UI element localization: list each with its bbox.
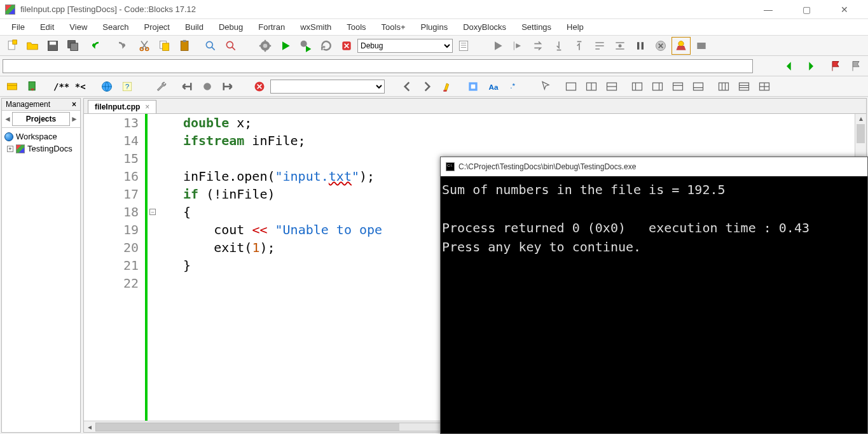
workspace-node[interactable]: Workspace xyxy=(4,130,78,143)
menu-build[interactable]: Build xyxy=(179,20,210,34)
break-button[interactable] xyxy=(631,37,650,55)
undo-button[interactable] xyxy=(89,37,108,55)
find-button[interactable] xyxy=(201,37,220,55)
replace-button[interactable] xyxy=(221,37,240,55)
doxy-html-button[interactable] xyxy=(97,78,116,95)
settings-wrench-button[interactable] xyxy=(152,78,171,95)
menu-tools+[interactable]: Tools+ xyxy=(375,20,412,34)
menu-settings[interactable]: Settings xyxy=(515,20,558,34)
open-file-button[interactable] xyxy=(23,37,42,55)
symbol-search-input[interactable] xyxy=(3,59,753,73)
console-window[interactable]: C:\CProject\TestingDocs\bin\Debug\Testin… xyxy=(440,157,868,434)
layout-7-button[interactable] xyxy=(689,78,708,95)
svg-rect-9 xyxy=(163,43,169,50)
layout-4-button[interactable] xyxy=(628,78,647,95)
menu-debug[interactable]: Debug xyxy=(212,20,249,34)
run-to-cursor-button[interactable] xyxy=(509,37,528,55)
menu-view[interactable]: View xyxy=(63,20,93,34)
layout-8-button[interactable] xyxy=(714,78,733,95)
project-tree[interactable]: Workspace + TestingDocs xyxy=(2,128,80,157)
close-button[interactable]: ✕ xyxy=(831,4,858,15)
editor-tab[interactable]: fileInput.cpp × xyxy=(88,100,156,113)
menu-project[interactable]: Project xyxy=(138,20,176,34)
next-bookmark-button[interactable] xyxy=(801,57,820,75)
console-icon xyxy=(446,162,455,171)
jump-back-button[interactable] xyxy=(177,78,196,95)
fold-gutter[interactable]: − xyxy=(148,114,158,421)
cursor-button[interactable] xyxy=(536,78,555,95)
build-button[interactable] xyxy=(256,37,275,55)
svg-point-31 xyxy=(203,83,211,90)
target-props-button[interactable] xyxy=(454,37,473,55)
menubar: FileEditViewSearchProjectBuildDebugFortr… xyxy=(0,19,868,36)
copy-button[interactable] xyxy=(155,37,174,55)
save-all-button[interactable] xyxy=(64,37,83,55)
next-line-button[interactable] xyxy=(529,37,548,55)
redo-button[interactable] xyxy=(109,37,128,55)
match-case-button[interactable]: Aa xyxy=(484,78,503,95)
layout-9-button[interactable] xyxy=(734,78,754,95)
flag-gray-button[interactable] xyxy=(846,57,865,75)
selection-button[interactable] xyxy=(464,78,483,95)
svg-point-15 xyxy=(263,43,268,48)
svg-rect-3 xyxy=(50,41,56,45)
flag-red-button[interactable] xyxy=(826,57,845,75)
rebuild-button[interactable] xyxy=(317,37,336,55)
step-out-button[interactable] xyxy=(570,37,589,55)
nav-back-button[interactable] xyxy=(397,78,417,95)
new-file-button[interactable] xyxy=(3,37,22,55)
paste-button[interactable] xyxy=(176,37,195,55)
menu-edit[interactable]: Edit xyxy=(34,20,60,34)
save-button[interactable] xyxy=(43,37,62,55)
doxy-wizard-button[interactable] xyxy=(3,78,22,95)
jump-forward-button[interactable] xyxy=(218,78,237,95)
mgmt-tab-prev-button[interactable]: ◄ xyxy=(3,115,12,123)
info-button[interactable] xyxy=(692,37,711,55)
menu-plugins[interactable]: Plugins xyxy=(415,20,455,34)
menu-tools[interactable]: Tools xyxy=(340,20,372,34)
build-run-button[interactable] xyxy=(296,37,315,55)
stop-debug-button[interactable] xyxy=(651,37,670,55)
line-number-gutter: 13141516171819202122 xyxy=(84,114,148,421)
highlight-button[interactable] xyxy=(438,78,457,95)
abort-button[interactable] xyxy=(337,37,356,55)
layout-10-button[interactable] xyxy=(755,78,774,95)
mgmt-tab-next-button[interactable]: ► xyxy=(70,115,79,123)
menu-wxsmith[interactable]: wxSmith xyxy=(294,20,338,34)
tab-close-button[interactable]: × xyxy=(145,102,149,111)
menu-help[interactable]: Help xyxy=(560,20,590,34)
menu-search[interactable]: Search xyxy=(96,20,135,34)
menu-file[interactable]: File xyxy=(5,20,31,34)
jump-select[interactable] xyxy=(270,80,385,94)
build-target-select[interactable]: Debug xyxy=(357,39,453,53)
expand-icon[interactable]: + xyxy=(7,146,13,152)
record-button[interactable] xyxy=(198,78,217,95)
step-into-button[interactable] xyxy=(549,37,568,55)
clear-button[interactable] xyxy=(250,78,269,95)
cut-button[interactable] xyxy=(135,37,154,55)
project-node[interactable]: + TestingDocs xyxy=(4,143,78,155)
menu-doxyblocks[interactable]: DoxyBlocks xyxy=(457,20,513,34)
layout-3-button[interactable] xyxy=(602,78,621,95)
regex-button[interactable]: .* xyxy=(504,78,523,95)
layout-2-button[interactable] xyxy=(582,78,601,95)
next-instr-button[interactable] xyxy=(590,37,609,55)
layout-1-button[interactable] xyxy=(561,78,581,95)
doxy-extract-button[interactable] xyxy=(23,78,42,95)
doxy-help-button[interactable]: ? xyxy=(118,78,137,95)
step-into-instr-button[interactable] xyxy=(610,37,630,55)
layout-5-button[interactable] xyxy=(648,78,667,95)
mgmt-tab-projects[interactable]: Projects xyxy=(12,112,70,126)
debug-windows-button[interactable] xyxy=(672,37,691,55)
minimize-button[interactable]: — xyxy=(755,4,782,15)
prev-bookmark-button[interactable] xyxy=(780,57,799,75)
menu-fortran[interactable]: Fortran xyxy=(252,20,291,34)
console-titlebar[interactable]: C:\CProject\TestingDocs\bin\Debug\Testin… xyxy=(441,157,867,176)
layout-6-button[interactable] xyxy=(668,78,687,95)
management-close-button[interactable]: × xyxy=(72,100,76,109)
debug-continue-button[interactable] xyxy=(488,37,507,55)
svg-rect-38 xyxy=(566,83,575,90)
run-button[interactable] xyxy=(276,37,295,55)
nav-forward-button[interactable] xyxy=(418,78,437,95)
maximize-button[interactable]: ▢ xyxy=(793,4,820,15)
